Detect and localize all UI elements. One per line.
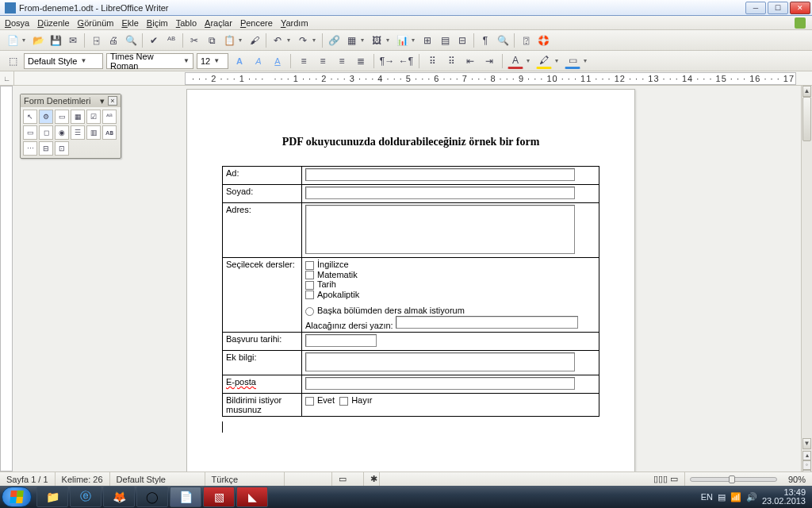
fc-more-icon[interactable]: ⋯	[23, 141, 37, 156]
align-justify-button[interactable]: ≣	[353, 53, 369, 69]
vertical-scrollbar[interactable]: ▲ ▼ ▴ ◦ ▾	[801, 86, 812, 471]
rtl-button[interactable]: ←¶	[398, 53, 414, 69]
fc-wizard-off-icon[interactable]: ⊡	[55, 141, 69, 156]
align-left-button[interactable]: ≡	[296, 53, 312, 69]
task-chrome[interactable]: ◯	[136, 487, 168, 507]
email-button[interactable]: ✉	[65, 33, 81, 48]
italic-button[interactable]: A	[251, 53, 266, 69]
fc-textbox-icon[interactable]: ᴬᴮ	[102, 110, 117, 124]
form-controls-toolbar[interactable]: Form Denetimleri ▾ × ↖ ⚙ ▭ ▦ ☑ ᴬᴮ ▭ ◻ ◉ …	[20, 94, 121, 159]
prev-page-button[interactable]: ▴	[802, 451, 811, 460]
input-basvuru[interactable]	[305, 334, 377, 347]
bgcolor-button[interactable]: ▭	[565, 53, 580, 69]
font-color-button[interactable]: A	[508, 53, 523, 69]
autospell-button[interactable]: ᴬᴮ	[163, 33, 179, 48]
tray-clock[interactable]: 13:4923.02.2013	[762, 488, 806, 506]
nav-browse-button[interactable]: ◦	[802, 460, 811, 470]
task-writer[interactable]: 📄	[170, 487, 201, 507]
new-doc-button[interactable]: 📄	[5, 33, 21, 48]
undo-button[interactable]: ↶	[270, 33, 285, 48]
status-insert[interactable]	[285, 472, 332, 486]
fc-pushbutton-icon[interactable]: ◻	[39, 125, 53, 140]
datasources-button[interactable]: ⊟	[454, 33, 470, 48]
task-firefox[interactable]: 🦊	[103, 487, 135, 507]
indent-button[interactable]: ⇥	[481, 53, 497, 69]
task-explorer[interactable]: 📁	[36, 487, 68, 507]
fc-listbox-icon[interactable]: ☰	[71, 125, 85, 140]
minimize-button[interactable]: ─	[745, 2, 766, 14]
input-soyad[interactable]	[305, 187, 575, 199]
hyperlink-button[interactable]: 🔗	[326, 33, 342, 48]
help-button[interactable]: ⍰	[518, 33, 534, 48]
formatpaint-button[interactable]: 🖌	[247, 33, 262, 48]
outdent-button[interactable]: ⇤	[462, 53, 478, 69]
fc-form-icon[interactable]: ▦	[71, 110, 85, 124]
tray-lang[interactable]: EN	[701, 492, 713, 502]
input-ad[interactable]	[305, 168, 575, 181]
vertical-ruler[interactable]	[0, 86, 13, 471]
save-button[interactable]: 💾	[48, 33, 63, 48]
input-eposta[interactable]	[305, 377, 575, 390]
status-zoom[interactable]: 90%	[782, 472, 812, 486]
fc-control-icon[interactable]: ▭	[55, 110, 69, 124]
bullet-list-button[interactable]: ⠿	[443, 53, 459, 69]
zoom-knob[interactable]	[729, 475, 735, 483]
open-button[interactable]: 📂	[30, 33, 46, 48]
print-button[interactable]: 🖨	[105, 33, 121, 48]
checkbox-apokaliptik[interactable]	[305, 291, 314, 299]
number-list-button[interactable]: ⠿	[424, 53, 440, 69]
checkbox-tarih[interactable]	[305, 281, 314, 290]
cut-button[interactable]: ✂	[186, 33, 202, 48]
fc-checkbox-icon[interactable]: ☑	[86, 110, 101, 124]
start-button[interactable]	[2, 487, 32, 507]
page[interactable]: PDF okuyucunuzda doldurabileceğiniz örne…	[186, 89, 635, 471]
menu-format[interactable]: Biçim	[147, 18, 168, 28]
task-ie[interactable]: ⓔ	[70, 487, 102, 507]
checkbox-matematik[interactable]	[305, 271, 314, 279]
textarea-ekbilgi[interactable]	[305, 352, 575, 371]
gallery-button[interactable]: ▤	[437, 33, 453, 48]
input-alacaginiz[interactable]	[396, 316, 578, 329]
align-center-button[interactable]: ≡	[315, 53, 331, 69]
checkbox-evet[interactable]	[305, 397, 314, 406]
menu-edit[interactable]: Düzenle	[37, 18, 69, 28]
float-dropdown-icon[interactable]: ▾	[100, 96, 105, 106]
fc-wizard-on-icon[interactable]: ⊟	[39, 141, 53, 156]
checkbox-ingilizce[interactable]	[305, 261, 314, 270]
highlight-button[interactable]: 🖍	[536, 53, 552, 69]
scroll-up-button[interactable]: ▲	[802, 86, 811, 97]
preview-button[interactable]: 🔍	[123, 33, 139, 48]
fc-design-mode-icon[interactable]: ⚙	[39, 110, 53, 124]
zoom-slider[interactable]	[690, 477, 777, 482]
menu-tools[interactable]: Araçlar	[205, 18, 232, 28]
whatsthis-button[interactable]: 🛟	[535, 33, 551, 48]
status-style[interactable]: Default Style	[110, 472, 205, 486]
system-tray[interactable]: EN ▤ 📶 🔊 13:4923.02.2013	[701, 488, 810, 506]
status-sel[interactable]: ▭	[332, 472, 364, 486]
fc-option-icon[interactable]: ◉	[55, 125, 69, 140]
scroll-down-button[interactable]: ▼	[802, 438, 811, 449]
menu-table[interactable]: Tablo	[176, 18, 197, 28]
menu-insert[interactable]: Ekle	[121, 18, 138, 28]
status-viewlayout[interactable]: ▯▯▯ ▭	[647, 472, 685, 486]
navigator-button[interactable]: ⊞	[419, 33, 435, 48]
close-button[interactable]: ✕	[790, 2, 810, 14]
styles-button[interactable]: ⬚	[5, 53, 21, 69]
paragraph-style-combo[interactable]: Default Style▼	[24, 53, 103, 69]
align-right-button[interactable]: ≡	[334, 53, 350, 69]
maximize-button[interactable]: ☐	[768, 2, 788, 14]
horizontal-ruler[interactable]: · · · 2 · · · 1 · · · · · · 1 · · · 2 · …	[185, 72, 796, 85]
spellcheck-button[interactable]: ✔	[146, 33, 162, 48]
redo-button[interactable]: ↷	[295, 33, 311, 48]
form-controls-header[interactable]: Form Denetimleri ▾ ×	[21, 94, 121, 107]
underline-button[interactable]: A	[270, 53, 285, 69]
task-pdf2[interactable]: ◣	[236, 487, 268, 507]
zoom-button[interactable]: 🔍	[495, 33, 511, 48]
nonprint-button[interactable]: ¶	[477, 33, 493, 48]
ltr-button[interactable]: ¶→	[379, 53, 395, 69]
status-sig[interactable]: ✱	[364, 472, 380, 486]
copy-button[interactable]: ⧉	[204, 33, 220, 48]
fc-select-icon[interactable]: ↖	[23, 110, 37, 124]
task-pdf1[interactable]: ▧	[203, 487, 235, 507]
menu-view[interactable]: Görünüm	[78, 18, 114, 28]
